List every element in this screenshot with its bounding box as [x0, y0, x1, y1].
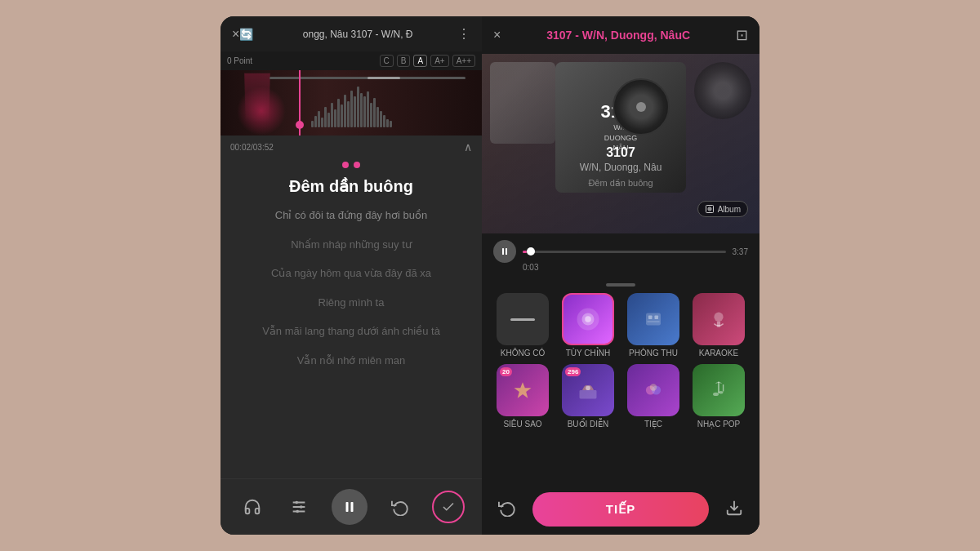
- effect-sieusao[interactable]: 20 SIÊU SAO: [493, 364, 552, 429]
- svg-point-27: [650, 384, 657, 390]
- tiep-button[interactable]: TIẾP: [532, 492, 709, 527]
- right-pause-button[interactable]: [493, 240, 516, 263]
- right-header-highlight: C: [682, 29, 690, 42]
- svg-point-15: [585, 316, 591, 322]
- effect-buoidien[interactable]: 296 Buổi Diễn: [559, 364, 617, 429]
- lyrics-line-3: Của ngày hôm qua vừa đây đã xa: [220, 259, 482, 288]
- svg-marker-22: [514, 382, 532, 398]
- wave-bar: [324, 107, 327, 127]
- lyrics-timer: 00:02/03:52: [230, 143, 274, 152]
- wave-bar: [347, 101, 350, 127]
- wave-bar: [363, 96, 366, 127]
- effect-thumb-buoidien: 296: [562, 364, 614, 416]
- wave-bar: [383, 115, 385, 127]
- left-more-button[interactable]: ⋮: [457, 26, 470, 42]
- album-center: 3107 W/NDUONGGNÂU 3107 W/N, Duongg, Nâu …: [482, 54, 760, 233]
- effect-thumb-sieusao: 20: [497, 364, 549, 416]
- effect-label-karaoke: KARAOKE: [699, 349, 738, 358]
- nhacpop-icon: [707, 379, 730, 402]
- wave-bar: [376, 107, 379, 127]
- wave-bar: [354, 96, 356, 127]
- wave-bar: [380, 111, 382, 127]
- download-button[interactable]: [725, 499, 743, 521]
- wave-bar: [350, 91, 353, 127]
- dot-red-1: [342, 162, 349, 168]
- progress-track[interactable]: [523, 251, 726, 253]
- svg-point-20: [714, 313, 723, 322]
- badge-buoidien: 296: [565, 367, 581, 376]
- effect-tiec[interactable]: TIỆC: [624, 364, 683, 429]
- score-b[interactable]: B: [397, 55, 411, 67]
- right-close-button[interactable]: ×: [493, 28, 501, 42]
- progress-thumb: [527, 247, 535, 256]
- score-aplus[interactable]: A+: [430, 55, 449, 67]
- svg-rect-18: [655, 316, 659, 320]
- tuychinhe-icon: [576, 307, 600, 331]
- lyrics-collapse-button[interactable]: ∧: [464, 140, 472, 153]
- progress-row: 3:37: [493, 240, 748, 263]
- vinyl-center: [636, 102, 646, 112]
- score-aplusplus[interactable]: A++: [452, 55, 475, 67]
- wave-bar: [367, 91, 369, 127]
- replay-button[interactable]: [385, 492, 415, 522]
- svg-point-5: [296, 510, 300, 513]
- effect-phongthu[interactable]: PHÒNG THU: [624, 293, 683, 358]
- wave-bar: [334, 109, 336, 127]
- score-label: 0 Point: [227, 56, 252, 65]
- effect-tuychinhe[interactable]: TÙY CHỈNH: [559, 293, 617, 358]
- wave-bar: [344, 95, 346, 127]
- wave-bar: [318, 111, 320, 127]
- effect-label-phongthu: PHÒNG THU: [629, 349, 678, 358]
- equalizer-button[interactable]: [284, 492, 314, 522]
- music-rotate-icon: 🔄: [239, 28, 253, 41]
- app-container: × 🔄 ongg, Nâu 3107 - W/N, Đ ⋮ 0 Point C …: [220, 16, 760, 535]
- waveform-area[interactable]: [220, 70, 482, 136]
- score-c[interactable]: C: [380, 55, 394, 67]
- svg-rect-12: [506, 248, 507, 255]
- effect-khongco[interactable]: KHÔNG CÓ: [493, 293, 552, 358]
- waveform-bars: [220, 78, 482, 127]
- confirm-button[interactable]: [432, 491, 465, 523]
- effect-label-sieusao: SIÊU SAO: [503, 420, 541, 429]
- svg-rect-7: [350, 502, 353, 512]
- wave-bar: [370, 103, 372, 127]
- effect-label-nhacpop: NHẠC POP: [697, 420, 741, 429]
- effect-thumb-nhacpop: [693, 364, 745, 416]
- left-close-button[interactable]: ×: [232, 27, 239, 42]
- wave-bar: [327, 113, 330, 127]
- svg-rect-6: [345, 502, 348, 512]
- svg-rect-11: [502, 248, 504, 255]
- svg-point-3: [296, 501, 299, 504]
- svg-point-10: [709, 209, 710, 210]
- lyrics-line-2: Nhấm nháp những suy tư: [220, 230, 482, 260]
- wave-bar: [360, 93, 363, 127]
- wave-bar: [386, 119, 389, 127]
- progress-track-container: [523, 251, 726, 253]
- album-button[interactable]: Album: [697, 201, 748, 217]
- score-bar: 0 Point C B A A+ A++: [220, 51, 482, 70]
- lyrics-title: Đêm dần buông: [220, 171, 482, 201]
- song-artists: W/N, Duongg, Nâu: [580, 162, 662, 173]
- progress-dot: [296, 121, 304, 129]
- effect-karaoke[interactable]: KARAOKE: [689, 293, 748, 358]
- cast-button[interactable]: ⊡: [736, 26, 748, 44]
- left-panel: × 🔄 ongg, Nâu 3107 - W/N, Đ ⋮ 0 Point C …: [220, 16, 482, 535]
- buoidien-icon: [577, 379, 599, 402]
- headphone-button[interactable]: [238, 492, 267, 522]
- effect-nhacpop[interactable]: NHẠC POP: [689, 364, 748, 429]
- right-header-title: 3107 - W/N, Duongg, NâuC: [501, 29, 736, 42]
- lyrics-area: 00:02/03:52 ∧ Đêm dần buông Chỉ có đôi t…: [220, 136, 482, 478]
- wave-bar: [390, 121, 392, 127]
- progress-times: 0:03: [493, 263, 748, 272]
- replay-right-button[interactable]: [498, 499, 516, 521]
- progress-section: 3:37 0:03: [482, 233, 760, 278]
- effect-thumb-tiec: [627, 364, 679, 416]
- pause-button[interactable]: [332, 489, 368, 525]
- svg-rect-23: [580, 390, 597, 399]
- effect-label-khongco: KHÔNG CÓ: [501, 349, 545, 358]
- score-a[interactable]: A: [413, 55, 427, 67]
- song-info-block: 3107 W/N, Duongg, Nâu Đêm dần buông: [580, 145, 662, 189]
- vinyl-disc: [612, 78, 670, 136]
- svg-point-28: [713, 393, 719, 396]
- wave-bar: [321, 118, 323, 127]
